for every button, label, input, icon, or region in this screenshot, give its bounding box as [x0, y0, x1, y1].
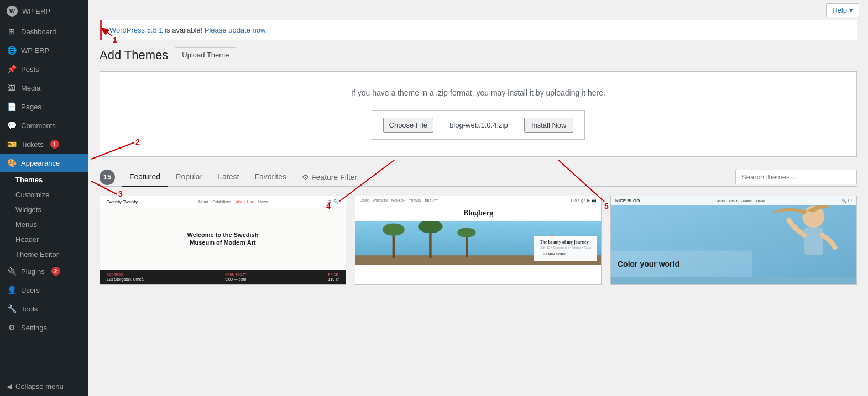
upload-theme-button[interactable]: Upload Theme — [175, 47, 236, 62]
theme-blogberg-preview: LOGO WEBSITE FASHION TRAVEL BEAUTY f in … — [355, 196, 601, 284]
tab-popular[interactable]: Popular — [168, 168, 210, 187]
sidebar-item-wp-erp[interactable]: 🌐 WP ERP — [0, 41, 88, 60]
sidebar-item-posts[interactable]: 📌 Posts — [0, 60, 88, 78]
theme1-footer-col2: OPEN TODAY 9:00 — 5:00 — [225, 273, 247, 281]
appearance-submenu: Themes Customize Widgets Menus Header Th… — [0, 172, 88, 262]
upload-section: If you have a theme in a .zip format, yo… — [100, 71, 857, 157]
sidebar-item-label: Comments — [21, 122, 56, 130]
help-label: Help — [832, 6, 847, 14]
theme2-learn-more: LEARN MORE — [540, 251, 569, 257]
tickets-icon: 🎫 — [7, 139, 17, 149]
selected-file-name: blog-web.1.0.4.zip — [440, 121, 517, 129]
theme1-nav-link2: Exhibitions — [212, 200, 231, 204]
theme1-nav-link3: About Us▾ — [236, 200, 254, 204]
choose-file-button[interactable]: Choose File — [383, 118, 433, 133]
tools-icon: 🔧 — [7, 304, 17, 314]
theme-grid: Twenty Twenty Menu Exhibitions About Us▾… — [100, 196, 857, 285]
theme1-footer: ADDRESS 123 Storgatan, Umeå OPEN TODAY 9… — [100, 270, 346, 284]
themes-tabs: 15 Featured Popular Latest Favorites ⚙ F… — [100, 168, 857, 187]
tab-feature-filter[interactable]: ⚙ Feature Filter — [294, 168, 365, 186]
sidebar-item-label: Tickets — [21, 140, 44, 149]
theme2-image: The beauty of my journey July 15 • Categ… — [355, 221, 601, 265]
theme1-body: Welcome to the SwedishMuseum of Modern A… — [100, 208, 346, 270]
theme1-main-title: Welcome to the SwedishMuseum of Modern A… — [187, 231, 259, 246]
topbar: Help ▾ — [88, 0, 868, 20]
sidebar-logo[interactable]: W WP ERP — [0, 0, 88, 22]
sidebar-item-settings[interactable]: ⚙ Settings — [0, 318, 88, 337]
sidebar-item-tools[interactable]: 🔧 Tools — [0, 299, 88, 318]
theme1-menu-icon: ≡ — [328, 199, 331, 204]
page-header: Add Themes Upload Theme — [100, 47, 857, 62]
svg-rect-12 — [804, 227, 823, 255]
wp-icon: W — [7, 6, 18, 17]
theme3-text-overlay: Color your world — [618, 260, 679, 268]
theme1-nav-links: Menu Exhibitions About Us▾ News — [198, 200, 268, 204]
svg-point-3 — [383, 223, 405, 235]
theme1-footer-col3: PRICE 119 kr — [328, 273, 339, 281]
tab-favorites[interactable]: Favorites — [247, 168, 294, 187]
collapse-label: Collapse menu — [15, 382, 64, 390]
tab-latest[interactable]: Latest — [210, 168, 247, 187]
color-world-heading: Color your world — [618, 260, 679, 268]
sidebar-item-appearance[interactable]: 🎨 Appearance — [0, 154, 88, 172]
theme1-icons: ≡ 🔍 — [328, 199, 339, 204]
search-themes-input[interactable] — [735, 170, 857, 184]
theme2-title-bar: Blogberg — [355, 205, 601, 221]
sidebar-item-label: Users — [21, 286, 40, 294]
sidebar-logo-label: WP ERP — [22, 7, 50, 15]
sidebar-item-label: Pages — [21, 103, 41, 111]
theme3-image-area: Color your world — [611, 205, 856, 277]
sidebar-item-label: Appearance — [21, 159, 60, 167]
submenu-customize[interactable]: Customize — [0, 187, 88, 202]
theme2-overlay-title: The beauty of my journey — [540, 240, 591, 245]
collapse-arrow-icon: ◀ — [7, 382, 12, 390]
submenu-theme-editor[interactable]: Theme Editor — [0, 247, 88, 262]
comments-icon: 💬 — [7, 120, 17, 130]
sidebar-item-users[interactable]: 👤 Users — [0, 281, 88, 299]
sidebar-item-label: Posts — [21, 65, 39, 73]
users-icon: 👤 — [7, 285, 17, 295]
theme-color-world-preview: NICE BLOG Home About Fashion Travel 🔍 f … — [611, 196, 856, 284]
sidebar-item-label: Settings — [21, 324, 47, 332]
theme1-footer-col1: ADDRESS 123 Storgatan, Umeå — [107, 273, 144, 281]
theme-card-blogberg[interactable]: LOGO WEBSITE FASHION TRAVEL BEAUTY f in … — [355, 196, 602, 285]
sidebar-item-label: Media — [21, 84, 40, 92]
theme-count-badge: 15 — [100, 170, 115, 185]
svg-point-7 — [457, 228, 475, 237]
install-now-button[interactable]: Install Now — [524, 118, 574, 133]
theme2-overlay: The beauty of my journey July 15 • Categ… — [534, 236, 597, 261]
sidebar-item-dashboard[interactable]: ⊞ Dashboard — [0, 22, 88, 41]
settings-icon: ⚙ — [7, 323, 17, 332]
update-notice: WordPress 5.5.1 is available! Please upd… — [100, 20, 857, 40]
sidebar-item-tickets[interactable]: 🎫 Tickets 1 — [0, 135, 88, 154]
theme-card-color-world[interactable]: NICE BLOG Home About Fashion Travel 🔍 f … — [610, 196, 857, 285]
upload-description: If you have a theme in a .zip format, yo… — [111, 88, 845, 97]
posts-icon: 📌 — [7, 64, 17, 74]
tab-search — [735, 170, 857, 184]
wp-update-link[interactable]: WordPress 5.5.1 — [109, 26, 163, 34]
theme1-nav-link4: News — [258, 200, 268, 204]
sidebar-item-pages[interactable]: 📄 Pages — [0, 97, 88, 116]
theme2-overlay-meta: July 15 • Categories • Views • Tags — [540, 246, 591, 249]
submenu-header[interactable]: Header — [0, 232, 88, 247]
plugins-badge: 2 — [51, 267, 60, 276]
submenu-widgets[interactable]: Widgets — [0, 202, 88, 217]
submenu-menus[interactable]: Menus — [0, 217, 88, 232]
theme-card-twenty-twenty[interactable]: Twenty Twenty Menu Exhibitions About Us▾… — [100, 196, 346, 285]
page-content: WordPress 5.5.1 is available! Please upd… — [88, 20, 868, 396]
theme3-right-icons: 🔍 f t — [841, 199, 852, 203]
sidebar-item-plugins[interactable]: 🔌 Plugins 2 — [0, 262, 88, 281]
theme2-nav-links: LOGO WEBSITE FASHION TRAVEL BEAUTY — [360, 199, 438, 202]
theme3-nav: NICE BLOG Home About Fashion Travel 🔍 f … — [611, 196, 856, 205]
sidebar-item-comments[interactable]: 💬 Comments — [0, 116, 88, 135]
sidebar: W WP ERP ⊞ Dashboard 🌐 WP ERP 📌 Posts 🖼 … — [0, 0, 88, 396]
update-notice-text: is available! — [165, 26, 205, 34]
help-button[interactable]: Help ▾ — [826, 3, 859, 17]
submenu-themes[interactable]: Themes — [0, 172, 88, 187]
tickets-badge: 1 — [50, 140, 59, 149]
main-content: Help ▾ WordPress 5.5.1 is available! Ple… — [88, 0, 868, 396]
update-now-link[interactable]: Please update now. — [205, 26, 267, 34]
collapse-menu[interactable]: ◀ Collapse menu — [0, 377, 88, 396]
tab-featured[interactable]: Featured — [122, 168, 168, 187]
sidebar-item-media[interactable]: 🖼 Media — [0, 78, 88, 97]
